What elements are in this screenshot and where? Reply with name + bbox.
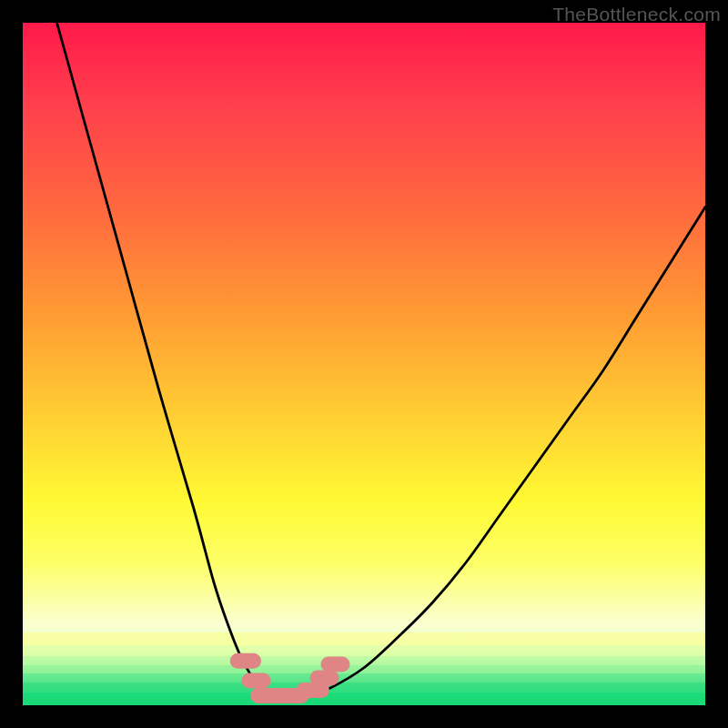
flat-marker-group: [238, 661, 342, 695]
curve-layer: [23, 23, 705, 705]
chart-area: [23, 23, 705, 705]
watermark-text: TheBottleneck.com: [552, 4, 721, 25]
bottleneck-curve: [57, 23, 706, 699]
